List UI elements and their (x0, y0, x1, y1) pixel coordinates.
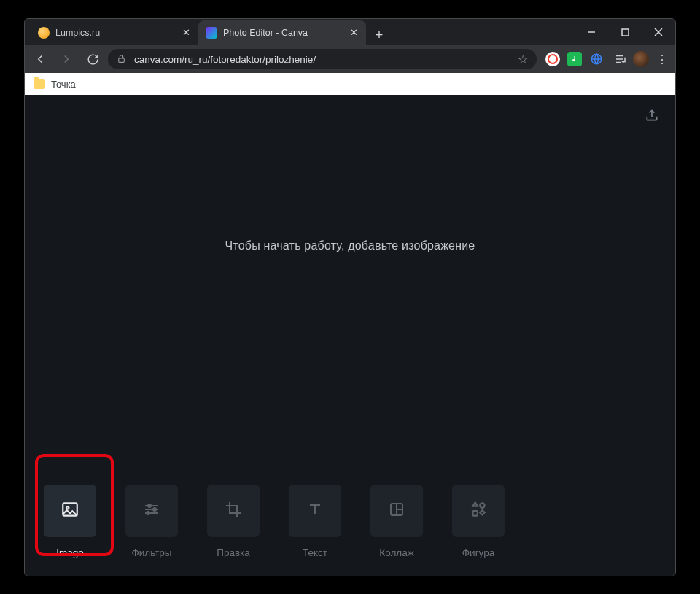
new-tab-button[interactable]: + (369, 25, 389, 45)
shapes-icon (469, 500, 488, 522)
tab-strip: Lumpics.ru ✕ Photo Editor - Canva ✕ (31, 20, 366, 45)
maximize-button[interactable] (612, 23, 637, 41)
profile-avatar[interactable] (633, 51, 649, 67)
svg-rect-4 (119, 58, 125, 62)
tool-shape[interactable]: Фигура (452, 485, 505, 558)
tool-box (125, 485, 178, 537)
browser-window: Lumpics.ru ✕ Photo Editor - Canva ✕ + (24, 18, 676, 576)
reload-button[interactable] (82, 48, 104, 70)
tool-row: Image Фильтры (25, 485, 675, 576)
lock-icon (117, 54, 127, 64)
folder-icon (34, 79, 45, 89)
crop-icon (225, 501, 242, 521)
tool-label: Коллаж (379, 547, 413, 558)
extension-music-icon[interactable] (567, 52, 582, 66)
editor-canvas-area: Чтобы начать работу, добавьте изображени… (25, 95, 675, 576)
tool-box (44, 485, 96, 537)
url-text: canva.com/ru_ru/fotoredaktor/prilozhenie… (134, 54, 510, 65)
back-button[interactable] (29, 48, 51, 70)
text-icon (306, 501, 324, 521)
reader-mode-icon[interactable] (612, 52, 629, 66)
tab-title: Lumpics.ru (55, 28, 175, 38)
tool-image[interactable]: Image (44, 485, 96, 558)
tool-box (370, 485, 423, 537)
favicon-canva (206, 27, 217, 39)
tool-label: Фильтры (131, 547, 171, 558)
tab-title: Photo Editor - Canva (223, 28, 343, 38)
tool-filters[interactable]: Фильтры (125, 485, 178, 558)
tool-label: Правка (217, 547, 250, 558)
svg-rect-1 (622, 29, 629, 36)
tab-lumpics[interactable]: Lumpics.ru ✕ (31, 20, 198, 45)
tool-box (207, 485, 260, 537)
toolbar: canva.com/ru_ru/fotoredaktor/prilozhenie… (25, 45, 675, 73)
tool-box (289, 485, 341, 537)
tool-label: Фигура (462, 547, 494, 558)
close-tab-icon[interactable]: ✕ (349, 28, 359, 38)
tool-label: Image (56, 547, 84, 558)
tool-box (452, 485, 505, 537)
svg-point-21 (480, 503, 485, 508)
svg-rect-22 (472, 511, 478, 516)
tool-edit[interactable]: Правка (207, 485, 260, 558)
canvas-hint-text: Чтобы начать работу, добавьте изображени… (25, 95, 675, 485)
menu-button[interactable]: ⋮ (653, 53, 671, 66)
forward-button[interactable] (55, 48, 77, 70)
tool-text[interactable]: Текст (289, 485, 341, 558)
image-icon (61, 500, 79, 522)
titlebar: Lumpics.ru ✕ Photo Editor - Canva ✕ + (25, 19, 675, 45)
collage-icon (388, 501, 405, 521)
address-bar[interactable]: canva.com/ru_ru/fotoredaktor/prilozhenie… (108, 49, 537, 69)
svg-point-11 (66, 506, 69, 509)
extension-globe-icon[interactable] (589, 52, 604, 66)
minimize-button[interactable] (579, 23, 604, 41)
extension-icons (541, 52, 608, 66)
extension-opera-icon[interactable] (545, 52, 560, 66)
bookmarks-bar: Точка (25, 73, 675, 95)
bookmark-item[interactable]: Точка (51, 79, 76, 90)
window-controls (579, 19, 671, 45)
share-icon (645, 112, 659, 125)
tab-canva[interactable]: Photo Editor - Canva ✕ (198, 20, 366, 45)
tool-collage[interactable]: Коллаж (370, 485, 423, 558)
share-button[interactable] (645, 108, 659, 126)
sliders-icon (143, 501, 160, 521)
bookmark-star-icon[interactable]: ☆ (518, 53, 528, 66)
tool-label: Текст (303, 547, 327, 558)
favicon-lumpics (38, 27, 50, 39)
close-tab-icon[interactable]: ✕ (181, 28, 191, 38)
close-window-button[interactable] (646, 23, 671, 41)
